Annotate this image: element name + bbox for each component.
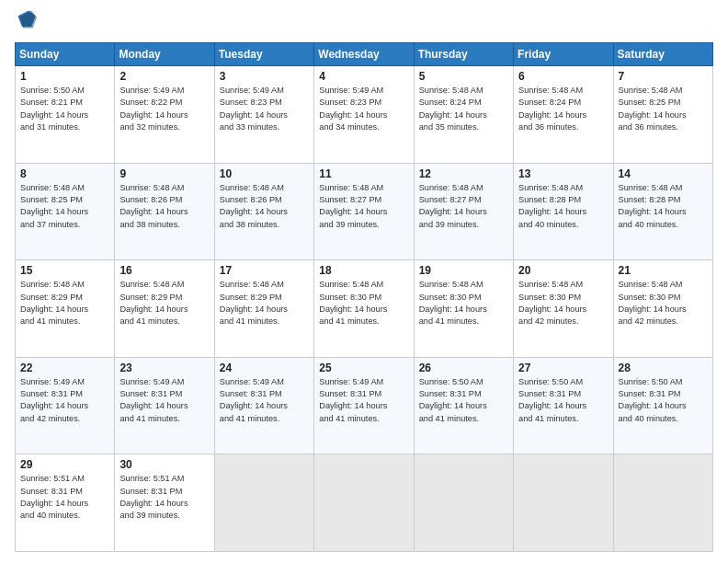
day-number: 5 <box>419 70 508 83</box>
day-header-thursday: Thursday <box>414 43 513 66</box>
day-number: 22 <box>20 362 109 374</box>
cal-cell: 5Sunrise: 5:48 AM Sunset: 8:24 PM Daylig… <box>414 66 513 164</box>
day-header-sunday: Sunday <box>16 43 115 66</box>
cal-cell: 28Sunrise: 5:50 AM Sunset: 8:31 PM Dayli… <box>613 357 712 454</box>
cal-cell: 13Sunrise: 5:48 AM Sunset: 8:28 PM Dayli… <box>514 163 613 260</box>
cal-cell: 10Sunrise: 5:48 AM Sunset: 8:26 PM Dayli… <box>214 163 313 260</box>
cell-info: Sunrise: 5:49 AM Sunset: 8:23 PM Dayligh… <box>220 85 309 133</box>
cal-cell: 23Sunrise: 5:49 AM Sunset: 8:31 PM Dayli… <box>115 357 214 454</box>
day-header-monday: Monday <box>115 43 214 66</box>
day-header-row: SundayMondayTuesdayWednesdayThursdayFrid… <box>16 43 713 66</box>
cal-cell: 11Sunrise: 5:48 AM Sunset: 8:27 PM Dayli… <box>314 163 414 260</box>
cal-cell <box>314 454 414 552</box>
cal-cell: 9Sunrise: 5:48 AM Sunset: 8:26 PM Daylig… <box>115 163 214 260</box>
cell-info: Sunrise: 5:51 AM Sunset: 8:31 PM Dayligh… <box>119 473 209 522</box>
cal-cell <box>214 454 313 552</box>
cal-cell <box>613 454 712 552</box>
cal-cell: 26Sunrise: 5:50 AM Sunset: 8:31 PM Dayli… <box>414 357 513 454</box>
cell-info: Sunrise: 5:48 AM Sunset: 8:30 PM Dayligh… <box>319 279 408 327</box>
cell-info: Sunrise: 5:49 AM Sunset: 8:22 PM Dayligh… <box>119 85 209 133</box>
day-number: 19 <box>419 264 508 277</box>
day-number: 12 <box>419 167 508 180</box>
day-number: 3 <box>220 70 309 83</box>
cal-cell: 27Sunrise: 5:50 AM Sunset: 8:31 PM Dayli… <box>514 357 613 454</box>
cell-info: Sunrise: 5:48 AM Sunset: 8:27 PM Dayligh… <box>319 182 408 231</box>
cal-cell: 17Sunrise: 5:48 AM Sunset: 8:29 PM Dayli… <box>214 260 313 358</box>
cell-info: Sunrise: 5:48 AM Sunset: 8:28 PM Dayligh… <box>518 182 608 231</box>
cell-info: Sunrise: 5:49 AM Sunset: 8:23 PM Dayligh… <box>319 85 408 133</box>
day-header-friday: Friday <box>514 43 613 66</box>
cell-info: Sunrise: 5:48 AM Sunset: 8:29 PM Dayligh… <box>119 279 209 327</box>
day-number: 9 <box>119 167 209 180</box>
cell-info: Sunrise: 5:49 AM Sunset: 8:31 PM Dayligh… <box>220 376 309 425</box>
cal-cell: 30Sunrise: 5:51 AM Sunset: 8:31 PM Dayli… <box>115 454 214 552</box>
day-number: 4 <box>319 70 408 83</box>
cal-cell <box>514 454 613 552</box>
cal-cell: 8Sunrise: 5:48 AM Sunset: 8:25 PM Daylig… <box>16 163 115 260</box>
cal-cell: 21Sunrise: 5:48 AM Sunset: 8:30 PM Dayli… <box>613 260 712 358</box>
cell-info: Sunrise: 5:48 AM Sunset: 8:29 PM Dayligh… <box>20 279 109 327</box>
day-number: 6 <box>518 70 608 83</box>
day-number: 27 <box>518 362 608 374</box>
day-number: 30 <box>119 458 209 471</box>
day-number: 15 <box>20 264 109 277</box>
cell-info: Sunrise: 5:48 AM Sunset: 8:25 PM Dayligh… <box>20 182 109 231</box>
cal-cell: 18Sunrise: 5:48 AM Sunset: 8:30 PM Dayli… <box>314 260 414 358</box>
day-number: 20 <box>518 264 608 277</box>
cal-cell: 2Sunrise: 5:49 AM Sunset: 8:22 PM Daylig… <box>115 66 214 164</box>
day-number: 25 <box>319 362 408 374</box>
cell-info: Sunrise: 5:48 AM Sunset: 8:25 PM Dayligh… <box>619 85 708 133</box>
cell-info: Sunrise: 5:50 AM Sunset: 8:21 PM Dayligh… <box>20 85 109 133</box>
day-header-saturday: Saturday <box>613 43 712 66</box>
cell-info: Sunrise: 5:51 AM Sunset: 8:31 PM Dayligh… <box>20 473 109 522</box>
cal-cell: 19Sunrise: 5:48 AM Sunset: 8:30 PM Dayli… <box>414 260 513 358</box>
cell-info: Sunrise: 5:48 AM Sunset: 8:30 PM Dayligh… <box>419 279 508 327</box>
cal-cell: 7Sunrise: 5:48 AM Sunset: 8:25 PM Daylig… <box>613 66 712 164</box>
week-row-0: 1Sunrise: 5:50 AM Sunset: 8:21 PM Daylig… <box>16 66 713 164</box>
day-number: 18 <box>319 264 408 277</box>
day-number: 24 <box>220 362 309 374</box>
cal-cell: 24Sunrise: 5:49 AM Sunset: 8:31 PM Dayli… <box>214 357 313 454</box>
cell-info: Sunrise: 5:48 AM Sunset: 8:24 PM Dayligh… <box>419 85 508 133</box>
cell-info: Sunrise: 5:48 AM Sunset: 8:24 PM Dayligh… <box>518 85 608 133</box>
calendar-table: SundayMondayTuesdayWednesdayThursdayFrid… <box>15 42 713 552</box>
page: SundayMondayTuesdayWednesdayThursdayFrid… <box>0 0 728 563</box>
cell-info: Sunrise: 5:48 AM Sunset: 8:27 PM Dayligh… <box>419 182 508 231</box>
cell-info: Sunrise: 5:48 AM Sunset: 8:29 PM Dayligh… <box>220 279 309 327</box>
cell-info: Sunrise: 5:48 AM Sunset: 8:26 PM Dayligh… <box>119 182 209 231</box>
day-number: 29 <box>20 458 109 471</box>
day-number: 14 <box>619 167 708 180</box>
day-number: 17 <box>220 264 309 277</box>
week-row-4: 29Sunrise: 5:51 AM Sunset: 8:31 PM Dayli… <box>16 454 713 552</box>
week-row-2: 15Sunrise: 5:48 AM Sunset: 8:29 PM Dayli… <box>16 260 713 358</box>
logo <box>15 11 40 35</box>
cal-cell: 4Sunrise: 5:49 AM Sunset: 8:23 PM Daylig… <box>314 66 414 164</box>
cal-cell: 6Sunrise: 5:48 AM Sunset: 8:24 PM Daylig… <box>514 66 613 164</box>
cal-cell: 12Sunrise: 5:48 AM Sunset: 8:27 PM Dayli… <box>414 163 513 260</box>
cal-cell: 16Sunrise: 5:48 AM Sunset: 8:29 PM Dayli… <box>115 260 214 358</box>
day-number: 28 <box>619 362 708 374</box>
cell-info: Sunrise: 5:49 AM Sunset: 8:31 PM Dayligh… <box>319 376 408 425</box>
cal-cell: 15Sunrise: 5:48 AM Sunset: 8:29 PM Dayli… <box>16 260 115 358</box>
day-number: 7 <box>619 70 708 83</box>
cell-info: Sunrise: 5:48 AM Sunset: 8:26 PM Dayligh… <box>220 182 309 231</box>
cal-cell: 20Sunrise: 5:48 AM Sunset: 8:30 PM Dayli… <box>514 260 613 358</box>
cell-info: Sunrise: 5:50 AM Sunset: 8:31 PM Dayligh… <box>619 376 708 425</box>
day-number: 16 <box>119 264 209 277</box>
cell-info: Sunrise: 5:50 AM Sunset: 8:31 PM Dayligh… <box>518 376 608 425</box>
cell-info: Sunrise: 5:48 AM Sunset: 8:30 PM Dayligh… <box>619 279 708 327</box>
cell-info: Sunrise: 5:50 AM Sunset: 8:31 PM Dayligh… <box>419 376 508 425</box>
day-number: 21 <box>619 264 708 277</box>
day-number: 11 <box>319 167 408 180</box>
header <box>15 11 713 35</box>
logo-icon <box>17 9 37 29</box>
cell-info: Sunrise: 5:49 AM Sunset: 8:31 PM Dayligh… <box>119 376 209 425</box>
day-header-wednesday: Wednesday <box>314 43 414 66</box>
day-number: 1 <box>20 70 109 83</box>
week-row-1: 8Sunrise: 5:48 AM Sunset: 8:25 PM Daylig… <box>16 163 713 260</box>
cal-cell: 29Sunrise: 5:51 AM Sunset: 8:31 PM Dayli… <box>16 454 115 552</box>
cal-cell: 1Sunrise: 5:50 AM Sunset: 8:21 PM Daylig… <box>16 66 115 164</box>
cal-cell: 25Sunrise: 5:49 AM Sunset: 8:31 PM Dayli… <box>314 357 414 454</box>
day-number: 23 <box>119 362 209 374</box>
day-number: 26 <box>419 362 508 374</box>
